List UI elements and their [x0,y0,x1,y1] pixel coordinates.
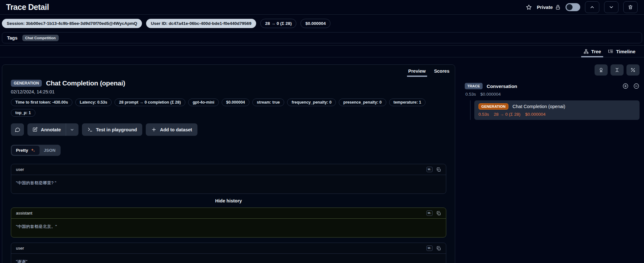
metric-pill: $0.000004 [222,99,249,106]
observation-title: Chat Completion (openai) [46,79,125,87]
generation-node-metrics: 0.53s 28 → 0 (Σ 28) $0.000004 [478,112,635,117]
tree-toolbar [465,64,640,76]
metric-pill: Latency: 0.53s [75,99,112,106]
generation-tokens: 28 → 0 (Σ 28) [494,112,520,117]
tags-list: Chat Competition [22,35,59,41]
pretty-label: Pretty [16,148,28,153]
tab-preview[interactable]: Preview [404,65,430,77]
annotate-button[interactable]: Annotate [27,123,66,136]
markdown-toggle-icon[interactable]: M↓ [426,245,433,251]
action-buttons-row: Annotate Test in playground Add to datas… [11,123,446,136]
lock-icon [555,4,561,10]
chevron-down-icon [70,128,74,132]
message-role: assistant [16,211,32,216]
format-toggle: Pretty JSON [11,145,61,156]
trace-tree-panel: TRACE Conversation 0.53s $0.000004 GENER… [465,64,641,120]
preview-body: GENERATION Chat Completion (openai) 02/1… [2,77,455,263]
metric-pill: presence_penalty: 0 [339,99,386,106]
tree-node-trace[interactable]: TRACE Conversation [465,83,640,89]
view-tabs: Tree Timeline [0,45,644,57]
top-bar-actions: Private [526,1,638,13]
message-card: assistant M↓ "中国的首都是北京。" [11,208,446,237]
annotate-label: Annotate [41,127,61,132]
format-pretty-segment[interactable]: Pretty [12,146,40,155]
collapse-all-button[interactable] [611,64,624,76]
message-header: user M↓ [11,243,446,254]
trace-type-badge: TRACE [465,83,483,89]
message-header-icons: M↓ [426,167,441,172]
tags-container: Tags Chat Competition [2,32,642,43]
generation-node-header: GENERATION Chat Completion (openai) [478,103,635,110]
messages-list: user M↓ "中国的首都是哪里? " Hide history assist… [11,164,446,263]
award-icon [598,67,604,73]
metric-pills: Time to first token: -430.00sLatency: 0.… [11,99,435,117]
metric-pill: top_p: 1 [11,109,35,117]
dataset-label: Add to dataset [160,127,192,132]
chevrons-down-up-icon [614,67,620,73]
tree-node-generation-selected[interactable]: GENERATION Chat Completion (openai) 0.53… [474,100,640,120]
trace-title: Conversation [487,84,517,89]
metric-pill: temperature: 1 [389,99,426,106]
meta-badges-row: Session: 3bb00ec7-1b13-4c9b-85ee-3d9d70f… [0,15,644,32]
annotate-split-button: Annotate [27,123,78,136]
session-badge[interactable]: Session: 3bb00ec7-1b13-4c9b-85ee-3d9d70f… [2,19,142,28]
generation-node-title: Chat Completion (openai) [513,104,565,109]
trace-node-actions [622,83,640,89]
tree-icon [583,49,589,54]
tab-timeline[interactable]: Timeline [604,46,639,57]
message-content: "谢谢" [11,254,446,263]
sparkles-icon [31,148,35,153]
format-json-segment[interactable]: JSON [40,146,60,155]
privacy-label: Private [537,4,553,10]
generation-type-badge: GENERATION [11,80,42,87]
markdown-toggle-icon[interactable]: M↓ [426,167,433,172]
circle-plus-icon[interactable] [622,83,629,89]
cost-badge: $0.000004 [300,19,330,28]
add-to-dataset-button[interactable]: Add to dataset [146,123,197,136]
message-role: user [16,246,24,251]
preview-tabs: Preview Scores [2,65,455,77]
tab-tree[interactable]: Tree [580,46,605,57]
tab-timeline-label: Timeline [616,49,635,54]
markdown-toggle-icon[interactable]: M↓ [426,210,433,216]
annotate-dropdown-button[interactable] [66,123,78,136]
hide-history-button[interactable]: Hide history [11,194,446,208]
next-trace-button[interactable] [604,1,618,13]
toggle-scores-button[interactable] [595,64,608,76]
plus-icon [151,127,157,132]
tab-tree-label: Tree [591,49,601,54]
message-card: user M↓ "谢谢" [11,243,446,263]
metric-pill: frequency_penalty: 0 [287,99,336,106]
tags-label: Tags [7,35,18,40]
tag-pill[interactable]: Chat Competition [22,35,59,41]
message-card: user M↓ "中国的首都是哪里? " [11,164,446,194]
user-id-badge[interactable]: User ID: dc47a41e-06bc-400d-bde1-f0e440d… [146,19,256,28]
bookmark-star-icon[interactable] [526,4,532,11]
toggle-percentages-button[interactable] [626,64,640,76]
privacy-control: Private [537,4,561,10]
previous-trace-button[interactable] [585,1,599,13]
observation-preview-card: Preview Scores GENERATION Chat Completio… [2,64,455,263]
metric-pill: gpt-4o-mini [188,99,219,106]
copy-icon[interactable] [436,211,441,216]
copy-icon[interactable] [436,167,441,172]
chat-bubble-icon [15,127,20,133]
message-header: assistant M↓ [11,208,446,219]
delete-trace-button[interactable] [623,1,638,13]
privacy-toggle[interactable] [566,3,580,11]
comments-button[interactable] [11,123,24,136]
playground-label: Test in playground [96,127,137,132]
metric-pill: stream: true [252,99,284,106]
terminal-icon [87,127,93,132]
metric-pill: Time to first token: -430.00s [11,99,72,106]
token-usage-badge: 28 → 0 (Σ 28) [260,19,296,28]
timeline-icon [608,49,613,54]
generation-type-badge-orange: GENERATION [478,103,508,110]
generation-cost: $0.000004 [525,112,545,117]
circle-minus-icon[interactable] [633,83,640,89]
copy-icon[interactable] [436,246,441,251]
tab-scores[interactable]: Scores [430,65,454,77]
percent-icon [630,67,636,73]
tree-children: GENERATION Chat Completion (openai) 0.53… [470,100,640,120]
test-in-playground-button[interactable]: Test in playground [82,123,143,136]
